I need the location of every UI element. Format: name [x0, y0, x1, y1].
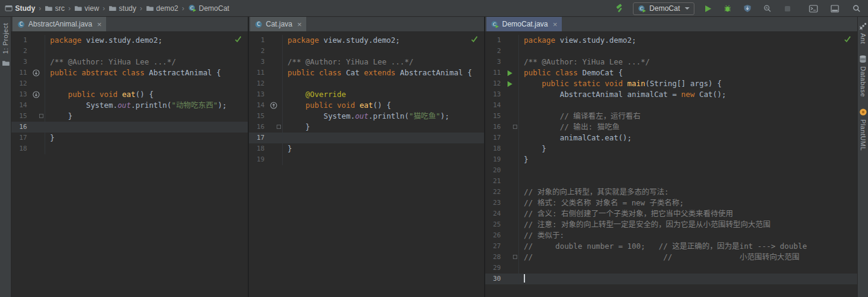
fold-marker[interactable]: [513, 125, 517, 129]
line-number[interactable]: 29: [485, 263, 501, 274]
code-text[interactable]: }: [283, 122, 484, 133]
tab-Cat.java[interactable]: CCat.java×: [250, 17, 306, 31]
line-number[interactable]: 12: [11, 78, 27, 89]
code-text[interactable]: animalCat.eat();: [519, 133, 857, 143]
line-number[interactable]: 23: [485, 198, 501, 208]
code-text[interactable]: }: [283, 143, 484, 154]
line-number[interactable]: 3: [11, 57, 27, 67]
line-number[interactable]: 12: [485, 78, 501, 89]
project-tool-icon[interactable]: [2, 60, 10, 66]
debug-button[interactable]: [721, 2, 734, 15]
breadcrumb-item-src[interactable]: src: [45, 4, 64, 13]
code-text[interactable]: System.out.println("动物吃东西");: [45, 100, 248, 111]
run-config-select[interactable]: C DemoCat: [633, 2, 694, 15]
breadcrumb-item-study[interactable]: Study: [5, 4, 35, 13]
code-text[interactable]: [283, 154, 484, 165]
breadcrumb-item-view[interactable]: view: [74, 4, 99, 13]
line-number[interactable]: 12: [249, 78, 265, 89]
line-number[interactable]: 1: [249, 35, 265, 46]
code-text[interactable]: public void eat() {: [283, 100, 484, 111]
line-number[interactable]: 2: [485, 46, 501, 57]
override-gutter-icon[interactable]: [270, 102, 277, 109]
line-number[interactable]: 18: [485, 143, 501, 154]
code-text[interactable]: [45, 78, 248, 89]
line-number[interactable]: 11: [11, 67, 27, 78]
tab-DemoCat.java[interactable]: CDemoCat.java×: [486, 17, 562, 31]
fold-marker[interactable]: [277, 125, 281, 129]
code-text[interactable]: public abstract class AbstractAnimal {: [45, 67, 248, 78]
line-number[interactable]: 30: [485, 274, 501, 284]
line-number[interactable]: 15: [485, 111, 501, 122]
code-text[interactable]: // 编译看左，运行看右: [519, 111, 857, 122]
line-number[interactable]: 24: [485, 208, 501, 219]
code-text[interactable]: package view.study.demo2;: [519, 35, 857, 46]
breadcrumb-item-democat[interactable]: CDemoCat: [188, 4, 230, 13]
code-text[interactable]: AbstractAnimal animalCat = new Cat();: [519, 89, 857, 100]
close-icon[interactable]: ×: [553, 20, 558, 28]
line-number[interactable]: 14: [485, 100, 501, 111]
line-number[interactable]: 17: [249, 133, 265, 143]
line-number[interactable]: 16: [485, 122, 501, 133]
code-text[interactable]: // 含义: 右侧创建了一个子类对象，把它当中父类来看待使用: [519, 208, 857, 219]
line-number[interactable]: 11: [485, 67, 501, 78]
code-text[interactable]: public class DemoCat {: [519, 67, 857, 78]
code-text[interactable]: }: [45, 111, 248, 122]
coverage-button[interactable]: [741, 2, 754, 15]
code-text[interactable]: // 类似于:: [519, 230, 857, 241]
code-text[interactable]: // 输出: 猫吃鱼: [519, 122, 857, 133]
code-text[interactable]: // 对象的向上转型，其实就是多态的写法:: [519, 187, 857, 198]
code-text[interactable]: /** @Author: YiHua Lee ...*/: [45, 57, 248, 67]
code-text[interactable]: [519, 274, 857, 284]
line-number[interactable]: 26: [485, 230, 501, 241]
code-text[interactable]: }: [45, 133, 248, 143]
tab-AbstractAnimal.java[interactable]: CAbstractAnimal.java×: [13, 17, 106, 31]
line-number[interactable]: 20: [485, 165, 501, 176]
line-number[interactable]: 15: [249, 111, 265, 122]
inspection-ok-icon[interactable]: [234, 36, 242, 43]
line-number[interactable]: 27: [485, 241, 501, 252]
implemented-gutter-icon[interactable]: [33, 69, 40, 77]
fold-marker[interactable]: [513, 255, 517, 259]
editor-2[interactable]: 1package view.study.demo2;23/** @Author:…: [249, 32, 484, 297]
inspection-ok-icon[interactable]: [844, 36, 851, 43]
run-gutter-icon[interactable]: [507, 70, 513, 77]
fold-marker[interactable]: [39, 114, 43, 118]
code-text[interactable]: [45, 122, 248, 133]
implemented-gutter-icon[interactable]: [33, 91, 40, 98]
code-text[interactable]: [519, 176, 857, 187]
line-number[interactable]: 13: [485, 89, 501, 100]
code-text[interactable]: /** @Author: YiHua Lee ...*/: [519, 57, 857, 67]
code-text[interactable]: System.out.println("猫吃鱼");: [283, 111, 484, 122]
restore-layout-button[interactable]: [828, 2, 841, 15]
line-number[interactable]: 2: [249, 46, 265, 57]
close-icon[interactable]: ×: [297, 20, 302, 28]
code-text[interactable]: package view.study.demo2;: [283, 35, 484, 46]
line-number[interactable]: 17: [11, 133, 27, 143]
line-number[interactable]: 19: [485, 154, 501, 165]
tool-stripe-plantuml[interactable]: PlantUML: [859, 108, 867, 151]
close-icon[interactable]: ×: [97, 20, 102, 28]
breadcrumb-item-study[interactable]: study: [108, 4, 136, 13]
code-text[interactable]: [519, 100, 857, 111]
tool-stripe-project[interactable]: 1: Project: [2, 23, 9, 54]
editor-3[interactable]: 1package view.study.demo2;23/** @Author:…: [485, 32, 857, 297]
line-number[interactable]: 14: [11, 100, 27, 111]
line-number[interactable]: 1: [11, 35, 27, 46]
code-text[interactable]: [519, 165, 857, 176]
code-text[interactable]: public static void main(String[] args) {: [519, 78, 857, 89]
code-text[interactable]: [283, 133, 484, 143]
code-text[interactable]: package view.study.demo2;: [45, 35, 248, 46]
line-number[interactable]: 18: [11, 143, 27, 154]
line-number[interactable]: 16: [249, 122, 265, 133]
code-text[interactable]: [519, 263, 857, 274]
code-text[interactable]: @Override: [283, 89, 484, 100]
tool-stripe-ant[interactable]: Ant: [859, 22, 867, 44]
search-everywhere-button[interactable]: [850, 2, 863, 15]
line-number[interactable]: 13: [249, 89, 265, 100]
line-number[interactable]: 21: [485, 176, 501, 187]
line-number[interactable]: 18: [249, 143, 265, 154]
line-number[interactable]: 28: [485, 252, 501, 263]
code-text[interactable]: [519, 46, 857, 57]
run-button[interactable]: [701, 2, 714, 15]
tool-stripe-database[interactable]: Database: [859, 55, 867, 97]
